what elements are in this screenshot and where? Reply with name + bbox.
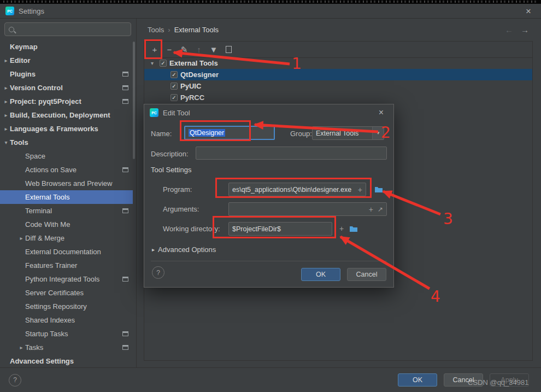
insert-macro-icon[interactable]: + (369, 206, 373, 213)
sidebar-item-label: Web Browsers and Preview (25, 179, 112, 188)
sidebar-item-keymap[interactable]: Keymap (0, 40, 133, 54)
sidebar-item-label: Startup Tasks (25, 330, 68, 338)
sidebar-item-languages-frameworks[interactable]: ▸Languages & Frameworks (0, 122, 133, 136)
watermark: CSDN @qq_34981 (468, 378, 528, 387)
breadcrumb: Tools › External Tools ← → (137, 19, 541, 41)
sidebar-item-external-tools[interactable]: External Tools (0, 190, 133, 204)
sidebar-item-label: Advanced Settings (10, 357, 74, 365)
tree-item-label: PyUIC (180, 82, 201, 90)
sidebar-item-build-execution-deployment[interactable]: ▸Build, Execution, Deployment (0, 108, 133, 122)
insert-macro-icon[interactable]: + (337, 224, 346, 233)
sidebar-item-label: Editor (10, 56, 31, 65)
tree-root-label: External Tools (169, 59, 218, 67)
sidebar-item-startup-tasks[interactable]: Startup Tasks (0, 327, 133, 341)
sidebar-item-features-trainer[interactable]: Features Trainer (0, 259, 133, 272)
sidebar-item-settings-repository[interactable]: Settings Repository (0, 300, 133, 313)
sidebar-item-label: Languages & Frameworks (10, 125, 98, 133)
tree-item-pyuic[interactable]: ✓PyUIC (144, 80, 532, 92)
remove-icon[interactable]: − (164, 44, 175, 55)
sidebar-item-label: External Tools (25, 193, 69, 201)
sidebar-item-plugins[interactable]: Plugins (0, 67, 133, 81)
sidebar-item-server-certificates[interactable]: Server Certificates (0, 286, 133, 300)
sidebar-item-terminal[interactable]: Terminal (0, 204, 133, 218)
search-input[interactable] (17, 25, 118, 34)
help-button[interactable]: ? (9, 374, 21, 387)
chevron-right-icon[interactable]: ▸ (2, 98, 10, 104)
title-bar: PC Settings × (0, 4, 541, 19)
sidebar-item-external-documentation[interactable]: External Documentation (0, 245, 133, 259)
external-tools-tree: ▾✓External Tools✓QtDesigner✓PyUIC✓PyRCC (144, 57, 532, 103)
sidebar-item-label: Code With Me (25, 220, 70, 229)
move-down-icon[interactable]: ▼ (208, 44, 219, 55)
annotation-number-3: 3 (443, 210, 453, 228)
tree-item-pyrcc[interactable]: ✓PyRCC (144, 92, 532, 103)
search-icon (9, 27, 14, 32)
tool-settings-section-label: Tool Settings (151, 166, 191, 174)
sidebar-item-shared-indexes[interactable]: Shared Indexes (0, 313, 133, 327)
sidebar-item-tools[interactable]: ▾Tools (0, 136, 133, 149)
dialog-close-icon[interactable]: × (374, 108, 388, 117)
sidebar-item-diff-merge[interactable]: ▸Diff & Merge (0, 231, 133, 245)
tree-root-external-tools[interactable]: ▾✓External Tools (144, 57, 532, 69)
chevron-right-icon[interactable]: ▸ (2, 85, 10, 91)
chevron-right-icon: ▸ (152, 247, 155, 253)
sidebar-item-project-pyqt5project[interactable]: ▸Project: pyqt5Project (0, 95, 133, 108)
advanced-options-label: Advanced Options (158, 245, 216, 254)
checkbox-checked[interactable]: ✓ (170, 94, 178, 101)
settings-footer: ? OK Cancel Apply (0, 367, 541, 392)
chevron-down-icon[interactable]: ▾ (151, 60, 160, 66)
shared-settings-icon (122, 99, 128, 104)
sidebar-item-label: Version Control (10, 84, 63, 92)
annotation-box-name-field (180, 120, 251, 141)
chevron-right-icon[interactable]: ▸ (17, 235, 25, 241)
settings-search-box[interactable] (4, 22, 131, 36)
sidebar-scrollbar[interactable] (133, 42, 135, 159)
dialog-help-button[interactable]: ? (152, 266, 164, 279)
sidebar-item-editor[interactable]: ▸Editor (0, 54, 133, 67)
edit-icon[interactable]: ✎ (179, 44, 190, 55)
breadcrumb-external-tools: External Tools (174, 26, 219, 34)
advanced-options-toggle[interactable]: ▸ Advanced Options (152, 245, 216, 254)
description-label: Description: (151, 150, 189, 158)
sidebar-item-space[interactable]: Space (0, 149, 133, 163)
description-input[interactable] (196, 147, 387, 160)
sidebar-item-version-control[interactable]: ▸Version Control (0, 81, 133, 95)
annotation-box-program-field (215, 178, 372, 198)
window-close-icon[interactable]: × (521, 7, 536, 16)
move-up-icon[interactable]: ↑ (193, 44, 204, 55)
breadcrumb-tools[interactable]: Tools (148, 26, 164, 34)
dialog-cancel-button[interactable]: Cancel (347, 268, 386, 281)
group-dropdown[interactable]: External Tools ▼ (312, 126, 384, 140)
dialog-title: Edit Tool (163, 109, 190, 117)
sidebar-item-label: Server Certificates (25, 289, 84, 297)
checkbox-checked[interactable]: ✓ (170, 71, 178, 78)
shared-settings-icon (122, 331, 128, 336)
sidebar-item-tasks[interactable]: ▸Tasks (0, 341, 133, 354)
browse-folder-icon[interactable] (374, 184, 384, 194)
checkbox-checked[interactable]: ✓ (160, 60, 167, 67)
sidebar-item-code-with-me[interactable]: Code With Me (0, 218, 133, 231)
arguments-input[interactable]: + ↗ (228, 202, 387, 216)
chevron-right-icon[interactable]: ▸ (17, 344, 25, 350)
checkbox-checked[interactable]: ✓ (170, 83, 178, 90)
sidebar-item-label: Tasks (25, 343, 43, 352)
chevron-down-icon[interactable]: ▾ (2, 139, 10, 145)
tree-item-qtdesigner[interactable]: ✓QtDesigner (144, 69, 532, 80)
expand-field-icon[interactable]: ↗ (378, 206, 383, 213)
dialog-ok-button[interactable]: OK (301, 268, 340, 281)
sidebar-item-actions-on-save[interactable]: Actions on Save (0, 163, 133, 177)
browse-folder-icon[interactable] (349, 224, 358, 233)
sidebar-item-advanced-settings[interactable]: Advanced Settings (0, 354, 133, 368)
sidebar-item-label: Project: pyqt5Project (10, 97, 81, 106)
chevron-right-icon[interactable]: ▸ (2, 126, 10, 132)
dialog-separator (151, 261, 387, 261)
cropped-background-strip (0, 0, 541, 4)
copy-icon[interactable] (223, 44, 234, 55)
ok-button[interactable]: OK (398, 373, 437, 387)
forward-arrow-icon[interactable]: → (521, 25, 529, 34)
back-arrow-icon[interactable]: ← (505, 25, 513, 34)
sidebar-item-web-browsers-and-preview[interactable]: Web Browsers and Preview (0, 177, 133, 190)
chevron-right-icon[interactable]: ▸ (2, 112, 10, 118)
chevron-right-icon[interactable]: ▸ (2, 57, 10, 63)
sidebar-item-python-integrated-tools[interactable]: Python Integrated Tools (0, 272, 133, 286)
